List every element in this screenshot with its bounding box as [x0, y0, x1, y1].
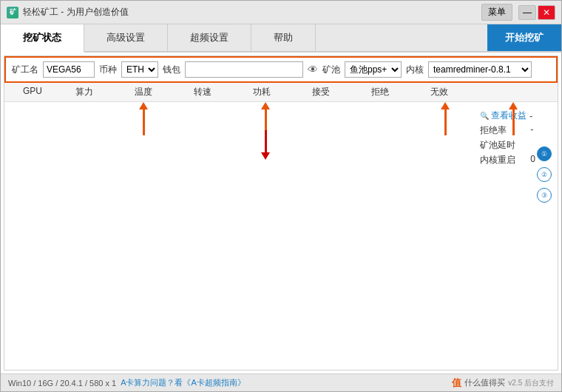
wallet-input[interactable]: [185, 61, 303, 78]
tab-help[interactable]: 帮助: [251, 24, 316, 51]
site-name: 什么值得买: [464, 377, 505, 388]
value-label: 值: [452, 376, 461, 390]
acard-guide-link[interactable]: A卡算力问题？看《A卡超频指南》: [121, 377, 246, 388]
start-mining-button[interactable]: 开始挖矿: [487, 24, 561, 51]
close-button[interactable]: ✕: [538, 5, 555, 20]
orange-arrow-1: [139, 102, 148, 135]
app-icon: 矿: [7, 7, 18, 18]
pool-select[interactable]: 鱼池pps+: [345, 61, 402, 78]
tab-overclock[interactable]: 超频设置: [168, 24, 251, 51]
tab-advanced-settings[interactable]: 高级设置: [84, 24, 168, 51]
status-right: 值 什么值得买 v2.5 后台支付: [452, 376, 554, 390]
nav-bar: 挖矿状态 高级设置 超频设置 帮助 开始挖矿: [1, 24, 561, 53]
orange-arrow-4: [509, 102, 518, 135]
red-arrow-1: [261, 130, 270, 160]
miner-name-input[interactable]: [43, 61, 95, 78]
reject-rate-label: 拒绝率: [480, 124, 524, 137]
col-hashrate: 算力: [55, 86, 114, 98]
menu-button[interactable]: 菜单: [481, 4, 512, 21]
reject-rate-value: -: [530, 124, 533, 137]
col-fanspeed: 转速: [173, 86, 232, 98]
minimize-button[interactable]: —: [518, 5, 536, 20]
circle-btn-2[interactable]: ②: [537, 167, 552, 182]
coin-select[interactable]: ETH: [121, 61, 158, 78]
coin-label: 币种: [99, 64, 117, 76]
view-earnings-link[interactable]: 查看收益: [480, 109, 527, 122]
title-bar-left: 矿 轻松矿工 - 为用户创造价值: [7, 6, 129, 18]
orange-arrow-3: [441, 102, 450, 135]
main-content: 矿工名 币种 ETH 钱包 👁 矿池 鱼池pps+ 内核 teamredmine…: [4, 55, 558, 371]
circle-btn-1[interactable]: ①: [537, 146, 552, 161]
miner-name-label: 矿工名: [12, 64, 38, 76]
circle-buttons: ① ② ③: [537, 146, 552, 203]
col-extra: [469, 86, 552, 98]
table-body: 查看收益 - 拒绝率 - 矿池延时 内核重启 0: [4, 102, 558, 370]
core-restart-value: 0: [530, 154, 535, 166]
eye-icon[interactable]: 👁: [308, 64, 318, 75]
wallet-label: 钱包: [163, 64, 180, 76]
pool-label: 矿池: [322, 64, 340, 76]
core-select[interactable]: teamredminer-0.8.1: [428, 61, 532, 78]
col-invalid: 无效: [410, 86, 469, 98]
col-power: 功耗: [232, 86, 291, 98]
pool-delay-label: 矿池延时: [480, 139, 524, 152]
right-info-panel: 查看收益 - 拒绝率 - 矿池延时 内核重启 0: [480, 109, 535, 166]
core-restart-label: 内核重启: [480, 154, 524, 166]
title-bar-right: 菜单 — ✕: [481, 4, 555, 21]
status-left: Win10 / 16G / 20.4.1 / 580 x 1 A卡算力问题？看《…: [8, 377, 246, 388]
col-accepted: 接受: [291, 86, 351, 98]
reject-rate-row: 拒绝率 -: [480, 124, 535, 137]
col-temp: 温度: [114, 86, 173, 98]
col-gpu: GPU: [10, 86, 55, 98]
core-restart-row: 内核重启 0: [480, 154, 535, 166]
window-title: 轻松矿工 - 为用户创造价值: [23, 6, 129, 18]
col-rejected: 拒绝: [351, 86, 410, 98]
earnings-dash: -: [529, 111, 532, 121]
config-row: 矿工名 币种 ETH 钱包 👁 矿池 鱼池pps+ 内核 teamredmine…: [4, 56, 558, 83]
pool-delay-row: 矿池延时: [480, 139, 535, 152]
main-window: 矿 轻松矿工 - 为用户创造价值 菜单 — ✕ 挖矿状态 高级设置 超频设置 帮…: [0, 0, 562, 392]
nav-spacer: [316, 24, 487, 51]
circle-btn-3[interactable]: ③: [537, 188, 552, 203]
table-header: GPU 算力 温度 转速 功耗 接受 拒绝 无效: [4, 83, 558, 102]
version-text: v2.5 后台支付: [508, 378, 554, 388]
tab-mining-status[interactable]: 挖矿状态: [1, 24, 84, 53]
sys-info: Win10 / 16G / 20.4.1 / 580 x 1: [8, 379, 116, 388]
core-label: 内核: [406, 64, 424, 76]
title-bar: 矿 轻松矿工 - 为用户创造价值 菜单 — ✕: [1, 1, 561, 24]
status-bar: Win10 / 16G / 20.4.1 / 580 x 1 A卡算力问题？看《…: [1, 374, 561, 391]
